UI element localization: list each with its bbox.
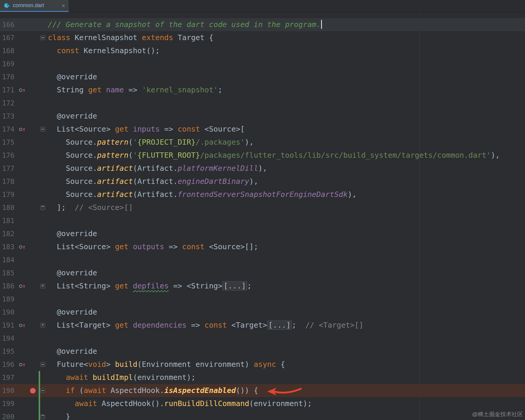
gutter-breakpoint-cell[interactable] bbox=[28, 371, 37, 384]
code-line[interactable]: 195 @override bbox=[0, 345, 525, 358]
override-marker-icon[interactable]: ↑ bbox=[19, 323, 26, 328]
line-number[interactable]: 196 bbox=[0, 358, 17, 371]
line-number[interactable]: 171 bbox=[0, 83, 17, 97]
line-number[interactable]: 182 bbox=[0, 227, 17, 240]
gutter-breakpoint-cell[interactable] bbox=[28, 83, 37, 97]
line-number[interactable]: 199 bbox=[0, 397, 17, 410]
fold-marker-icon[interactable] bbox=[40, 127, 45, 132]
tab-common-dart[interactable]: common.dart × bbox=[0, 0, 69, 12]
fold-marker-icon[interactable] bbox=[40, 414, 45, 419]
gutter-breakpoint-cell[interactable] bbox=[28, 123, 37, 136]
code-line[interactable]: 173 @override bbox=[0, 110, 525, 123]
gutter-breakpoint-cell[interactable] bbox=[28, 175, 37, 188]
gutter-breakpoint-cell[interactable] bbox=[28, 162, 37, 175]
gutter-breakpoint-cell[interactable] bbox=[28, 332, 37, 345]
gutter-breakpoint-cell[interactable] bbox=[28, 280, 37, 293]
line-number[interactable]: 185 bbox=[0, 266, 17, 280]
code-line[interactable]: 197 await buildImpl(environment); bbox=[0, 371, 525, 384]
fold-marker-icon[interactable] bbox=[40, 205, 45, 210]
code-line[interactable]: 171↑ String get name => 'kernel_snapshot… bbox=[0, 83, 525, 97]
override-marker-icon[interactable]: ↑ bbox=[19, 362, 26, 367]
override-marker-icon[interactable]: ↑ bbox=[19, 244, 26, 250]
line-number[interactable]: 179 bbox=[0, 188, 17, 201]
gutter-breakpoint-cell[interactable] bbox=[28, 240, 37, 253]
fold-marker-icon[interactable]: + bbox=[40, 284, 45, 288]
line-number[interactable]: 183 bbox=[0, 240, 17, 253]
code-line[interactable]: 175 Source.pattern('{PROJECT_DIR}/.packa… bbox=[0, 136, 525, 149]
gutter-breakpoint-cell[interactable] bbox=[28, 293, 37, 306]
code-line[interactable]: 185 @override bbox=[0, 266, 525, 280]
gutter-breakpoint-cell[interactable] bbox=[28, 149, 37, 162]
code-line[interactable]: 189 bbox=[0, 293, 525, 306]
code-line[interactable]: 182 @override bbox=[0, 227, 525, 240]
line-number[interactable]: 181 bbox=[0, 214, 17, 227]
code-line[interactable]: 191↑+ List<Target> get dependencies => c… bbox=[0, 319, 525, 332]
close-tab-icon[interactable]: × bbox=[62, 3, 65, 9]
line-number[interactable]: 172 bbox=[0, 97, 17, 110]
gutter-breakpoint-cell[interactable] bbox=[28, 97, 37, 110]
gutter-breakpoint-cell[interactable] bbox=[28, 227, 37, 240]
line-number[interactable]: 189 bbox=[0, 293, 17, 306]
code-line[interactable]: 176 Source.pattern('{FLUTTER_ROOT}/packa… bbox=[0, 149, 525, 162]
line-number[interactable]: 191 bbox=[0, 319, 17, 332]
gutter-breakpoint-cell[interactable] bbox=[28, 306, 37, 319]
gutter-breakpoint-cell[interactable] bbox=[28, 214, 37, 227]
fold-marker-icon[interactable] bbox=[40, 362, 45, 367]
breakpoint-icon[interactable] bbox=[30, 388, 36, 394]
gutter-breakpoint-cell[interactable] bbox=[28, 253, 37, 266]
line-number[interactable]: 170 bbox=[0, 70, 17, 83]
gutter-breakpoint-cell[interactable] bbox=[28, 188, 37, 201]
code-line[interactable]: 186↑+ List<String> get depfiles => <Stri… bbox=[0, 280, 525, 293]
gutter-breakpoint-cell[interactable] bbox=[28, 201, 37, 214]
line-number[interactable]: 190 bbox=[0, 306, 17, 319]
gutter-breakpoint-cell[interactable] bbox=[28, 18, 37, 31]
code-line[interactable]: 174↑ List<Source> get inputs => const <S… bbox=[0, 123, 525, 136]
fold-marker-icon[interactable]: + bbox=[40, 323, 45, 328]
line-number[interactable]: 197 bbox=[0, 371, 17, 384]
fold-marker-icon[interactable] bbox=[40, 35, 45, 40]
gutter-breakpoint-cell[interactable] bbox=[28, 397, 37, 410]
line-number[interactable]: 173 bbox=[0, 110, 17, 123]
gutter-breakpoint-cell[interactable] bbox=[28, 31, 37, 44]
gutter-breakpoint-cell[interactable] bbox=[28, 410, 37, 420]
code-line[interactable]: 168 const KernelSnapshot(); bbox=[0, 44, 525, 57]
gutter-breakpoint-cell[interactable] bbox=[28, 44, 37, 57]
fold-marker-icon[interactable] bbox=[40, 388, 45, 393]
override-marker-icon[interactable]: ↑ bbox=[19, 87, 26, 93]
gutter-breakpoint-cell[interactable] bbox=[28, 319, 37, 332]
code-line[interactable]: 177 Source.artifact(Artifact.platformKer… bbox=[0, 162, 525, 175]
line-number[interactable]: 180 bbox=[0, 201, 17, 214]
line-number[interactable]: 178 bbox=[0, 175, 17, 188]
folded-region-chip[interactable]: [...] bbox=[222, 281, 247, 290]
code-line[interactable]: 167class KernelSnapshot extends Target { bbox=[0, 31, 525, 44]
code-line[interactable]: 178 Source.artifact(Artifact.engineDartB… bbox=[0, 175, 525, 188]
override-marker-icon[interactable]: ↑ bbox=[19, 283, 26, 289]
code-line[interactable]: 194 bbox=[0, 332, 525, 345]
code-line[interactable]: 200 } bbox=[0, 410, 525, 420]
folded-region-chip[interactable]: [...] bbox=[267, 320, 292, 330]
code-line[interactable]: 184 bbox=[0, 253, 525, 266]
gutter-breakpoint-cell[interactable] bbox=[28, 266, 37, 280]
code-line[interactable]: 169 bbox=[0, 57, 525, 70]
line-number[interactable]: 167 bbox=[0, 31, 17, 44]
line-number[interactable]: 176 bbox=[0, 149, 17, 162]
gutter-breakpoint-cell[interactable] bbox=[28, 384, 37, 397]
code-line[interactable]: 198 if (await AspectdHook.isAspectdEnabl… bbox=[0, 384, 525, 397]
code-line[interactable]: 183↑ List<Source> get outputs => const <… bbox=[0, 240, 525, 253]
line-number[interactable]: 200 bbox=[0, 410, 17, 420]
code-line[interactable]: 166/// Generate a snapshot of the dart c… bbox=[0, 18, 525, 31]
code-line[interactable]: 172 bbox=[0, 97, 525, 110]
code-editor[interactable]: 166/// Generate a snapshot of the dart c… bbox=[0, 12, 525, 420]
gutter-breakpoint-cell[interactable] bbox=[28, 136, 37, 149]
line-number[interactable]: 186 bbox=[0, 280, 17, 293]
line-number[interactable]: 169 bbox=[0, 57, 17, 70]
code-line[interactable]: 170 @override bbox=[0, 70, 525, 83]
line-number[interactable]: 195 bbox=[0, 345, 17, 358]
override-marker-icon[interactable]: ↑ bbox=[19, 127, 26, 132]
line-number[interactable]: 177 bbox=[0, 162, 17, 175]
code-line[interactable]: 180 ]; // <Source>[] bbox=[0, 201, 525, 214]
code-line[interactable]: 179 Source.artifact(Artifact.frontendSer… bbox=[0, 188, 525, 201]
line-number[interactable]: 168 bbox=[0, 44, 17, 57]
gutter-breakpoint-cell[interactable] bbox=[28, 358, 37, 371]
gutter-breakpoint-cell[interactable] bbox=[28, 70, 37, 83]
